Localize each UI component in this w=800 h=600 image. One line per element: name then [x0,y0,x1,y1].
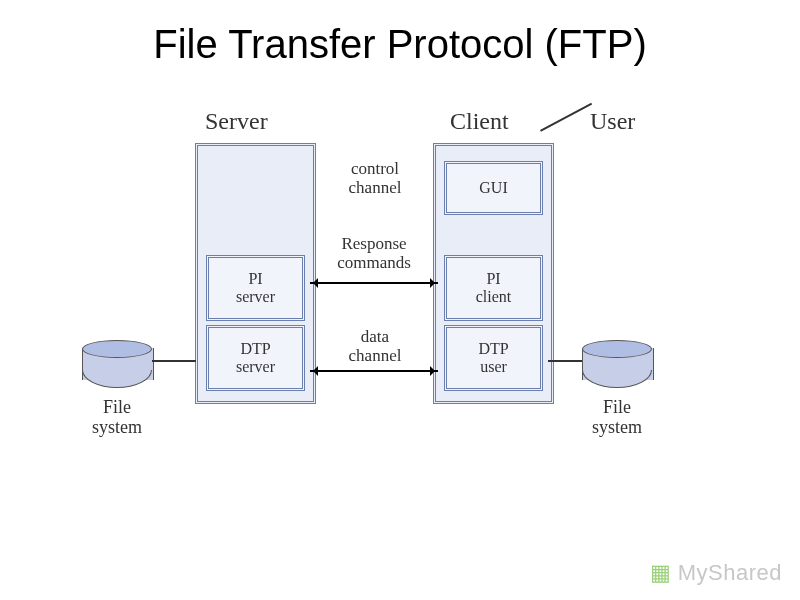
file-system-left-icon [82,340,152,388]
pi-client-box: PIclient [444,255,543,321]
dtp-user-box: DTPuser [444,325,543,391]
response-arrow [310,282,438,284]
pi-server-box: PIserver [206,255,305,321]
page-title: File Transfer Protocol (FTP) [0,22,800,67]
file-system-right-icon [582,340,652,388]
gui-box: GUI [444,161,543,215]
data-channel-label: datachannel [335,328,415,365]
client-label: Client [450,108,509,135]
connector-right [548,360,582,362]
watermark-icon: ▦ [650,560,672,585]
dtp-server-box: DTPserver [206,325,305,391]
data-arrow [310,370,438,372]
watermark: ▦ MyShared [650,560,782,586]
server-label: Server [205,108,268,135]
response-commands-label: Responsecommands [322,235,426,272]
control-channel-label: controlchannel [325,160,425,197]
file-system-left-label: Filesystem [82,398,152,438]
connector-left [152,360,196,362]
file-system-right-label: Filesystem [582,398,652,438]
diagram-stage: File Transfer Protocol (FTP) Server Clie… [0,0,800,600]
watermark-text: MyShared [678,560,782,585]
